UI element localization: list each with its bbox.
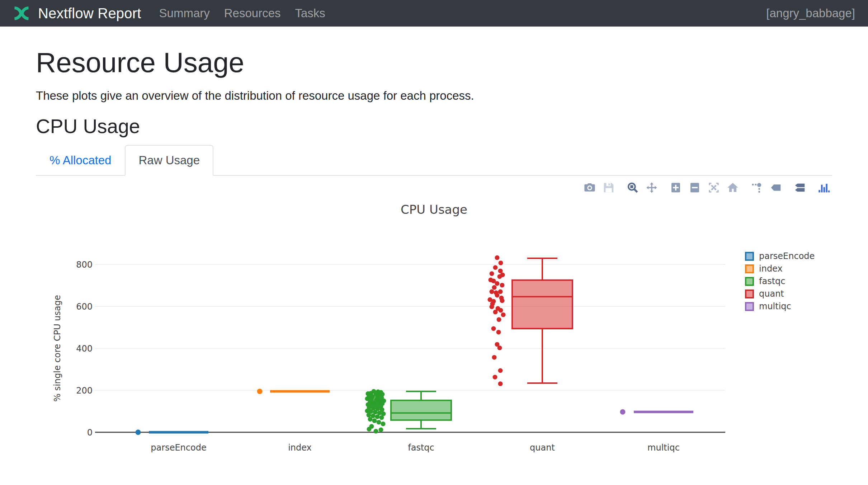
legend-item-parseEncode[interactable]: parseEncode xyxy=(745,250,815,263)
hover-compare-icon[interactable] xyxy=(769,182,783,194)
series-index xyxy=(257,389,330,394)
chart-title: CPU Usage xyxy=(401,202,467,217)
y-tick-label-200: 200 xyxy=(76,386,93,396)
plotly-modebar xyxy=(583,182,831,194)
save-icon[interactable] xyxy=(602,182,615,194)
camera-icon[interactable] xyxy=(583,182,596,194)
box-fastqc xyxy=(391,400,451,420)
legend-swatch-quant xyxy=(745,289,754,298)
y-tick-label-600: 600 xyxy=(76,302,93,312)
navbar: Nextflow Report Summary Resources Tasks … xyxy=(0,0,868,27)
x-tick-label-quant: quant xyxy=(530,443,555,453)
series-multiqc xyxy=(620,409,694,414)
legend-swatch-fastqc xyxy=(745,277,754,286)
box-quant xyxy=(512,280,572,328)
hover-closest-icon[interactable] xyxy=(750,182,764,194)
plot-area[interactable]: 0200400600800parseEncodeindexfastqcquant… xyxy=(36,176,832,485)
legend-swatch-index xyxy=(745,264,754,273)
plotly-logo-icon[interactable] xyxy=(817,182,831,194)
section-title-cpu-usage: CPU Usage xyxy=(36,115,832,138)
run-name-badge: [angry_babbage] xyxy=(766,6,855,20)
legend-item-index[interactable]: index xyxy=(745,263,815,275)
legend-item-fastqc[interactable]: fastqc xyxy=(745,275,815,288)
x-tick-label-fastqc: fastqc xyxy=(408,443,434,453)
page-title: Resource Usage xyxy=(36,46,832,80)
y-tick-label-800: 800 xyxy=(76,260,93,270)
legend-label-index: index xyxy=(759,264,783,274)
legend-label-multiqc: multiqc xyxy=(759,301,791,311)
nav-link-tasks[interactable]: Tasks xyxy=(295,6,325,20)
y-axis-title: % single core CPU usage xyxy=(52,295,62,402)
nav-links: Summary Resources Tasks xyxy=(159,6,340,20)
legend-item-quant[interactable]: quant xyxy=(745,288,815,300)
tab-percent-allocated[interactable]: % Allocated xyxy=(36,145,125,176)
y-tick-label-400: 400 xyxy=(76,344,93,354)
legend-label-fastqc: fastqc xyxy=(759,276,786,286)
legend-label-parseEncode: parseEncode xyxy=(759,251,815,261)
zoom-icon[interactable] xyxy=(626,182,640,194)
legend-item-multiqc[interactable]: multiqc xyxy=(745,300,815,313)
page-subtitle: These plots give an overview of the dist… xyxy=(36,89,832,103)
x-tick-label-index: index xyxy=(288,443,312,453)
zoom-out-icon[interactable] xyxy=(688,182,702,194)
home-icon[interactable] xyxy=(726,182,740,194)
tab-raw-usage[interactable]: Raw Usage xyxy=(125,145,213,176)
pan-icon[interactable] xyxy=(645,182,659,194)
main-content: Resource Usage These plots give an overv… xyxy=(36,27,832,485)
x-tick-label-parseEncode: parseEncode xyxy=(151,443,206,453)
legend-label-quant: quant xyxy=(759,289,784,299)
nextflow-logo-icon xyxy=(13,5,30,22)
series-fastqc xyxy=(365,389,452,433)
chart-legend: parseEncodeindexfastqcquantmultiqc xyxy=(745,250,815,313)
nav-link-resources[interactable]: Resources xyxy=(224,6,281,20)
nav-link-summary[interactable]: Summary xyxy=(159,6,210,20)
y-tick-label-0: 0 xyxy=(87,428,93,438)
brand-title[interactable]: Nextflow Report xyxy=(38,5,141,22)
legend-swatch-parseEncode xyxy=(745,252,754,261)
series-quant xyxy=(488,255,573,386)
brand-group[interactable]: Nextflow Report xyxy=(13,5,141,22)
zoom-in-icon[interactable] xyxy=(669,182,683,194)
autoscale-icon[interactable] xyxy=(707,182,721,194)
x-tick-label-multiqc: multiqc xyxy=(647,443,680,453)
cpu-usage-tabs: % Allocated Raw Usage xyxy=(36,145,832,176)
cpu-usage-chart: 0200400600800parseEncodeindexfastqcquant… xyxy=(36,176,832,485)
legend-swatch-multiqc xyxy=(745,302,754,311)
toggle-spikelines-icon[interactable] xyxy=(793,182,807,194)
